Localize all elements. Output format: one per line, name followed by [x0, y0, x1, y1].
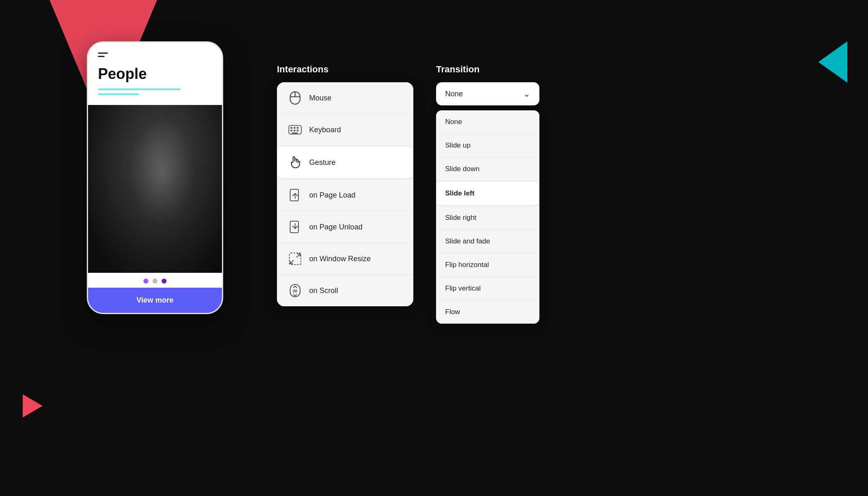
view-more-button[interactable]: View more [88, 288, 222, 313]
page-load-icon [289, 188, 302, 202]
window-resize-label: on Window Resize [309, 255, 371, 263]
svg-rect-9 [297, 130, 299, 131]
interaction-item-scroll[interactable]: on Scroll [277, 275, 413, 306]
page-unload-label: on Page Unload [309, 223, 362, 231]
decoration-cyan-triangle [818, 41, 847, 83]
transition-option-flip-vertical[interactable]: Flip vertical [436, 277, 539, 300]
page-load-label: on Page Load [309, 191, 355, 200]
transition-option-slide-fade[interactable]: Slide and fade [436, 230, 539, 253]
keyboard-icon [289, 123, 302, 136]
transition-option-slide-up[interactable]: Slide up [436, 134, 539, 157]
dot-3 [162, 279, 167, 284]
decoration-play-triangle [23, 394, 43, 417]
dot-1 [143, 279, 148, 284]
interactions-title: Interactions [277, 64, 413, 75]
gesture-icon [289, 156, 302, 169]
phone-portrait [88, 105, 222, 273]
dot-2 [153, 279, 157, 284]
interactions-list: Mouse Keyboard [277, 82, 413, 306]
transition-option-flip-horizontal[interactable]: Flip horizontal [436, 253, 539, 277]
transition-selected-value: None [445, 90, 463, 98]
mouse-icon [289, 91, 302, 105]
hamburger-line-2 [98, 56, 105, 57]
keyboard-label: Keyboard [309, 126, 341, 134]
page-unload-icon [289, 220, 302, 234]
transition-option-slide-down[interactable]: Slide down [436, 157, 539, 181]
scroll-icon [289, 284, 302, 297]
window-resize-icon [289, 252, 302, 265]
hamburger-icon[interactable] [98, 52, 108, 57]
interaction-item-window-resize[interactable]: on Window Resize [277, 243, 413, 275]
interaction-item-page-load[interactable]: on Page Load [277, 179, 413, 211]
scroll-label: on Scroll [309, 286, 338, 295]
transition-option-flow[interactable]: Flow [436, 300, 539, 324]
gesture-label: Gesture [309, 158, 336, 167]
svg-rect-8 [293, 130, 296, 131]
interaction-item-mouse[interactable]: Mouse [277, 82, 413, 114]
phone-content: People [88, 61, 222, 105]
phone-underline-short [98, 93, 139, 95]
transition-option-slide-right[interactable]: Slide right [436, 206, 539, 230]
interactions-panel: Interactions Mouse [277, 64, 413, 306]
svg-rect-7 [291, 130, 293, 131]
phone-header [88, 43, 222, 61]
svg-rect-6 [297, 127, 299, 129]
phone-mockup: People View more [87, 41, 223, 314]
chevron-down-icon: ⌄ [523, 89, 530, 99]
phone-underline-long [98, 88, 181, 90]
svg-rect-10 [292, 133, 298, 134]
phone-dots [88, 273, 222, 288]
phone-image [88, 105, 222, 273]
transition-options-list: None Slide up Slide down Slide left Slid… [436, 110, 539, 324]
interaction-item-keyboard[interactable]: Keyboard [277, 114, 413, 146]
mouse-label: Mouse [309, 94, 331, 103]
phone-title: People [98, 65, 212, 83]
interaction-item-gesture[interactable]: Gesture [277, 147, 413, 179]
transition-title: Transition [436, 64, 539, 75]
transition-panel: Transition None ⌄ None Slide up Slide do… [436, 64, 539, 324]
transition-option-none[interactable]: None [436, 110, 539, 134]
transition-dropdown-button[interactable]: None ⌄ [436, 82, 539, 105]
phone-frame: People View more [87, 41, 223, 314]
hamburger-line-1 [98, 52, 108, 54]
transition-option-slide-left[interactable]: Slide left [436, 182, 539, 205]
interaction-item-page-unload[interactable]: on Page Unload [277, 211, 413, 243]
svg-rect-5 [293, 127, 296, 129]
svg-rect-4 [291, 127, 293, 129]
